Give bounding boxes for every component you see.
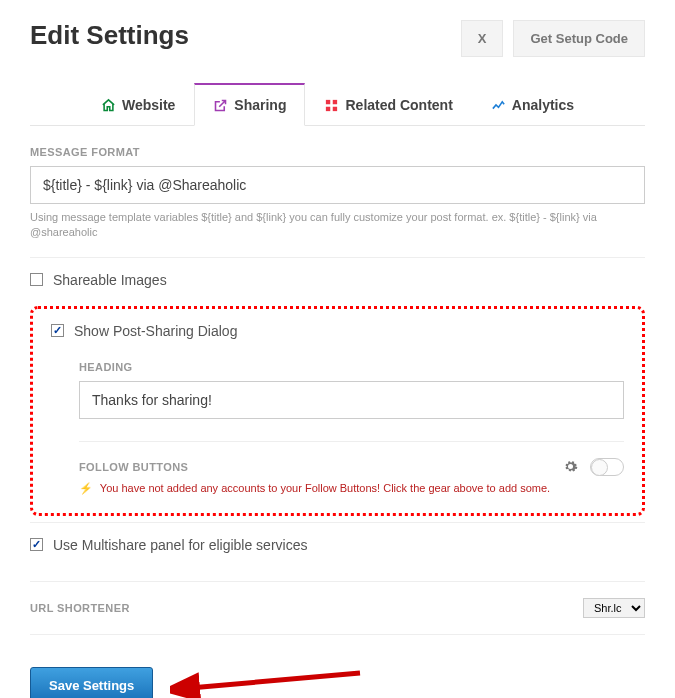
show-dialog-label: Show Post-Sharing Dialog [74,323,237,339]
house-icon [101,98,116,113]
tab-sharing[interactable]: Sharing [194,83,305,126]
gear-icon[interactable] [563,459,578,474]
chart-icon [491,98,506,113]
heading-input[interactable] [79,381,624,419]
svg-rect-1 [333,99,337,103]
message-format-section: MESSAGE FORMAT Using message template va… [30,146,645,241]
page-title: Edit Settings [30,20,189,51]
show-dialog-checkbox[interactable] [51,324,64,337]
svg-line-4 [190,673,360,688]
url-shortener-select[interactable]: Shr.lc [583,598,645,618]
follow-buttons-toggle[interactable] [590,458,624,476]
svg-rect-0 [326,99,330,103]
svg-rect-3 [333,106,337,110]
multishare-label: Use Multishare panel for eligible servic… [53,537,307,553]
url-shortener-label: URL SHORTENER [30,602,130,614]
tab-label: Analytics [512,97,574,113]
shareable-images-checkbox[interactable] [30,273,43,286]
bolt-icon: ⚡ [79,482,93,494]
setup-code-button[interactable]: Get Setup Code [513,20,645,57]
message-format-help: Using message template variables ${title… [30,210,645,241]
tab-label: Website [122,97,175,113]
tab-related[interactable]: Related Content [305,83,471,126]
heading-label: HEADING [79,361,624,373]
follow-buttons-label: FOLLOW BUTTONS [79,461,188,473]
shareable-images-label: Shareable Images [53,272,167,288]
arrow-annotation-icon [170,663,370,698]
follow-buttons-warning: ⚡ You have not added any accounts to you… [79,482,624,495]
tab-analytics[interactable]: Analytics [472,83,593,126]
grid-icon [324,98,339,113]
multishare-checkbox[interactable] [30,538,43,551]
svg-rect-2 [326,106,330,110]
save-button[interactable]: Save Settings [30,667,153,698]
tabs: Website Sharing Related Content Analytic… [30,82,645,126]
highlight-region: Show Post-Sharing Dialog HEADING FOLLOW … [30,306,645,516]
close-button[interactable]: X [461,20,504,57]
tab-label: Related Content [345,97,452,113]
message-format-input[interactable] [30,166,645,204]
tab-label: Sharing [234,97,286,113]
tab-website[interactable]: Website [82,83,194,126]
share-icon [213,98,228,113]
message-format-label: MESSAGE FORMAT [30,146,645,158]
